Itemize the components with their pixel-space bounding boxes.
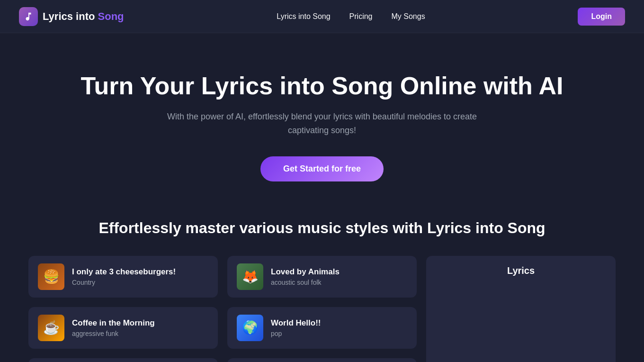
styles-section: Effortlessly master various music styles… <box>0 210 644 362</box>
song-genre-cheeseburgers: Country <box>72 279 176 286</box>
song-card-coffee[interactable]: ☕ Coffee in the Morning aggressive funk <box>28 307 218 349</box>
song-info-world: World Hello!! pop <box>271 318 321 337</box>
hero-title: Turn Your Lyrics into Song Online with A… <box>19 71 625 100</box>
nav-link-my-songs[interactable]: My Songs <box>392 12 425 21</box>
logo-link[interactable]: Lyrics into Song <box>19 7 124 26</box>
song-thumbnail-animals: 🦊 <box>237 263 263 290</box>
section-title: Effortlessly master various music styles… <box>28 219 616 237</box>
song-genre-world: pop <box>271 330 321 337</box>
logo-text: Lyrics into Song <box>43 10 124 23</box>
login-button[interactable]: Login <box>578 8 625 26</box>
song-card-cat[interactable]: 🐱 I Love My Little Cat progressive metal <box>28 358 218 362</box>
song-thumbnail-world: 🌍 <box>237 315 263 341</box>
song-thumbnail-coffee: ☕ <box>38 315 64 341</box>
logo-icon <box>19 7 38 26</box>
song-title-coffee: Coffee in the Morning <box>72 318 155 328</box>
nav-link-pricing[interactable]: Pricing <box>349 12 373 21</box>
song-info-coffee: Coffee in the Morning aggressive funk <box>72 318 155 337</box>
songs-grid: 🍔 I only ate 3 cheeseburgers! Country 🦊 … <box>28 256 616 362</box>
cta-button[interactable]: Get Started for free <box>260 156 384 181</box>
hero-section: Turn Your Lyrics into Song Online with A… <box>0 33 644 210</box>
song-title-world: World Hello!! <box>271 318 321 328</box>
lyrics-panel-title: Lyrics <box>507 265 535 276</box>
song-card-cheeseburgers[interactable]: 🍔 I only ate 3 cheeseburgers! Country <box>28 256 218 298</box>
song-info-cheeseburgers: I only ate 3 cheeseburgers! Country <box>72 267 176 286</box>
song-genre-animals: acoustic soul folk <box>271 279 340 286</box>
navbar: Lyrics into Song Lyrics into Song Pricin… <box>0 0 644 33</box>
song-card-salmon[interactable]: 🐟 I am a salmon upbeat rock <box>227 358 417 362</box>
song-genre-coffee: aggressive funk <box>72 330 155 337</box>
song-title-cheeseburgers: I only ate 3 cheeseburgers! <box>72 267 176 277</box>
song-title-animals: Loved by Animals <box>271 267 340 277</box>
song-thumbnail-cheeseburgers: 🍔 <box>38 263 64 290</box>
song-info-animals: Loved by Animals acoustic soul folk <box>271 267 340 286</box>
hero-subtitle: With the power of AI, effortlessly blend… <box>161 110 483 137</box>
song-card-world-hello[interactable]: 🌍 World Hello!! pop <box>227 307 417 349</box>
song-card-loved-by-animals[interactable]: 🦊 Loved by Animals acoustic soul folk <box>227 256 417 298</box>
lyrics-panel: Lyrics <box>426 256 616 362</box>
nav-link-lyrics-into-song[interactable]: Lyrics into Song <box>277 12 330 21</box>
nav-links: Lyrics into Song Pricing My Songs <box>277 12 425 21</box>
